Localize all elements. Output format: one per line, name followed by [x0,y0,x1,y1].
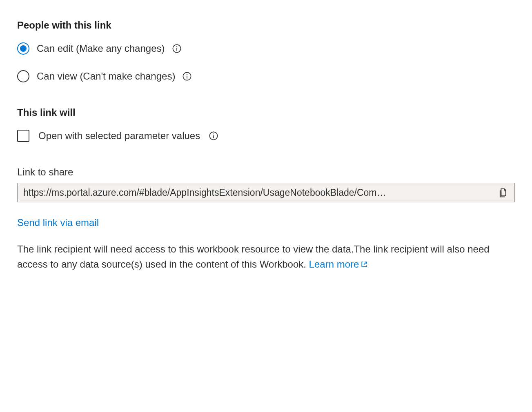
link-to-share-label: Link to share [17,166,515,178]
radio-can-view-label: Can view (Can't make changes) [37,71,175,82]
svg-point-1 [176,46,177,47]
learn-more-link[interactable]: Learn more [309,259,368,270]
checkbox-open-with-params-control[interactable] [17,130,29,142]
send-link-via-email[interactable]: Send link via email [17,217,99,228]
share-url-input[interactable] [23,187,493,198]
permission-radio-group: Can edit (Make any changes) Can view (Ca… [17,42,515,82]
radio-can-edit[interactable]: Can edit (Make any changes) [17,42,515,55]
link-input-container [17,183,515,202]
svg-point-7 [213,133,214,134]
radio-can-view-control[interactable] [17,70,29,82]
radio-can-edit-control[interactable] [17,42,29,55]
checkbox-open-with-params-label: Open with selected parameter values [38,130,200,142]
checkbox-open-with-params[interactable]: Open with selected parameter values [17,130,515,142]
radio-can-view[interactable]: Can view (Can't make changes) [17,70,515,82]
radio-can-edit-label: Can edit (Make any changes) [37,43,165,54]
info-icon[interactable] [172,44,181,53]
people-with-link-heading: People with this link [17,20,515,31]
copy-icon[interactable] [498,187,509,198]
access-note-text: The link recipient will need access to t… [17,244,490,270]
this-link-will-heading: This link will [17,107,515,118]
info-icon[interactable] [183,72,191,81]
external-link-icon [361,257,368,272]
info-icon[interactable] [209,131,218,140]
svg-point-4 [187,74,187,75]
access-note: The link recipient will need access to t… [17,241,491,272]
